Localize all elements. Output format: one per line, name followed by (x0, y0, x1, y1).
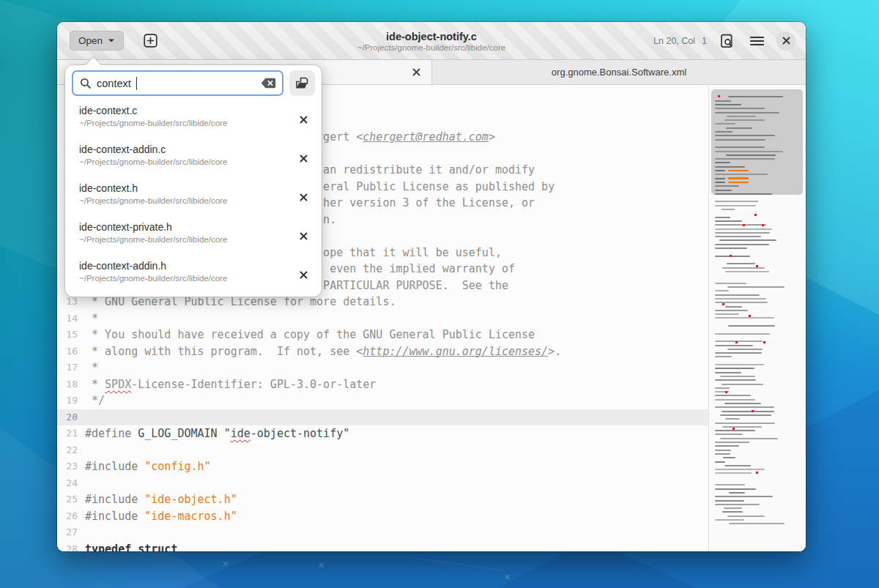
close-icon (782, 37, 790, 45)
minimap-line (715, 244, 769, 245)
tab-close-button[interactable] (409, 66, 423, 79)
code-line[interactable]: 17 * (57, 360, 708, 376)
line-number: 21 (57, 425, 85, 442)
line-number: 26 (57, 508, 85, 525)
code-text: * along with this program. If not, see <… (85, 343, 561, 360)
search-result-row[interactable]: ide-context-addin.c~/Projects/gnome-buil… (65, 139, 322, 178)
search-result-row[interactable]: ide-context-private.h~/Projects/gnome-bu… (65, 217, 322, 256)
new-tab-button[interactable] (140, 31, 160, 51)
minimap-line (715, 256, 750, 257)
open-button[interactable]: Open (70, 31, 124, 51)
overview-minimap[interactable] (708, 85, 806, 551)
minimap-line (715, 205, 756, 206)
code-text: #include "ide-macros.h" (85, 508, 237, 525)
minimap-line (724, 119, 765, 121)
code-text: * SPDX-License-Identifier: GPL-3.0-or-la… (85, 376, 376, 393)
code-line[interactable]: 23#include "config.h" (57, 458, 708, 475)
minimap-line (715, 340, 763, 342)
minimap-line (722, 511, 743, 513)
plus-icon (144, 34, 157, 48)
clear-search-icon[interactable] (261, 78, 276, 89)
line-number: 22 (57, 442, 85, 459)
minimap-error-mark (762, 224, 764, 226)
minimap-line (722, 411, 774, 412)
result-filename: ide-context.c (79, 105, 292, 116)
backspace-icon (261, 78, 276, 89)
minimap-line (724, 465, 751, 466)
code-line[interactable]: 27 (57, 524, 708, 541)
code-text: #include "config.h" (85, 458, 211, 475)
code-line[interactable]: 22 (57, 442, 708, 459)
code-line[interactable]: 18 * SPDX-License-Identifier: GPL-3.0-or… (57, 376, 708, 393)
code-line[interactable]: 26#include "ide-macros.h" (57, 508, 708, 525)
tab-label: org.gnome.Bonsai.Software.xml (552, 67, 686, 78)
chevron-down-icon (108, 38, 115, 43)
minimap-error-mark (732, 428, 735, 430)
minimap-line (715, 387, 730, 389)
file-search-input[interactable]: context (72, 70, 283, 96)
minimap-line (727, 349, 763, 350)
remove-result-button[interactable] (297, 113, 310, 127)
search-result-row[interactable]: ide-context.h~/Projects/gnome-builder/sr… (65, 178, 322, 217)
result-filename: ide-context-addin.h (79, 260, 292, 272)
code-text: typedef struct (85, 541, 177, 552)
minimap-line (715, 112, 779, 113)
minimap-error-mark (763, 341, 765, 343)
minimap-error-mark (752, 410, 754, 412)
minimap-error-mark (756, 472, 758, 474)
minimap-line (715, 496, 773, 497)
code-line[interactable]: 15 * You should have received a copy of … (57, 327, 708, 343)
result-path: ~/Projects/gnome-builder/src/libide/core (79, 157, 292, 166)
minimap-line (727, 116, 756, 117)
code-line[interactable]: 19 */ (57, 392, 708, 409)
minimap-line (715, 228, 772, 230)
minimap-line (715, 469, 765, 470)
line-number: 27 (57, 524, 85, 541)
minimap-line (715, 139, 765, 141)
window-close-button[interactable] (776, 31, 795, 51)
search-result-row[interactable]: ide-context.c~/Projects/gnome-builder/sr… (65, 100, 322, 139)
result-filename: ide-context-private.h (79, 221, 292, 233)
minimap-line (724, 403, 762, 404)
open-file-button[interactable] (289, 70, 315, 96)
code-line[interactable]: 25#include "ide-object.h" (57, 491, 708, 508)
minimap-line (723, 457, 736, 458)
close-icon (412, 68, 420, 76)
minimap-line (715, 217, 730, 218)
minimap-error-mark (743, 224, 745, 226)
minimap-line (715, 356, 732, 357)
minimap-line (715, 131, 732, 133)
tab-bonsai-software-xml[interactable]: org.gnome.Bonsai.Software.xml (432, 60, 806, 84)
code-line[interactable]: 21#define G_LOG_DOMAIN "ide-object-notif… (57, 425, 708, 442)
minimap-line (720, 414, 771, 416)
line-number: 19 (57, 392, 85, 409)
minimap-line (715, 423, 775, 424)
wallpaper-sparkle: ✕ (222, 559, 229, 569)
search-result-row[interactable]: ide-context-addin.h~/Projects/gnome-buil… (65, 256, 322, 294)
remove-result-button[interactable] (297, 230, 310, 243)
cursor-position: Ln 20, Col 1 (653, 36, 707, 46)
minimap-line (715, 294, 760, 296)
remove-result-button[interactable] (297, 152, 310, 165)
minimap-line (720, 376, 756, 377)
menu-button[interactable] (746, 31, 767, 51)
code-line[interactable]: 14 * (57, 310, 708, 327)
minimap-line (715, 100, 731, 102)
code-line[interactable]: 24 (57, 475, 708, 492)
minimap-line (715, 135, 775, 136)
code-line[interactable]: 16 * along with this program. If not, se… (57, 343, 708, 360)
code-line[interactable]: 28typedef struct (57, 541, 708, 552)
remove-result-button[interactable] (297, 269, 310, 282)
code-text: * You should have received a copy of the… (85, 327, 535, 343)
goto-line-button[interactable] (716, 31, 737, 51)
remove-result-button[interactable] (297, 191, 310, 204)
popover-arrow (83, 56, 103, 65)
minimap-line (715, 313, 739, 315)
desktop-background: ✕ ✕ ✕ Open ide-object-notify.c (0, 0, 879, 588)
minimap-line (725, 418, 740, 420)
cursor-position-value: 1 (702, 36, 707, 46)
minimap-line (722, 209, 735, 210)
minimap-line (715, 372, 741, 373)
minimap-line (715, 283, 746, 284)
code-line[interactable]: 20 (57, 409, 708, 426)
